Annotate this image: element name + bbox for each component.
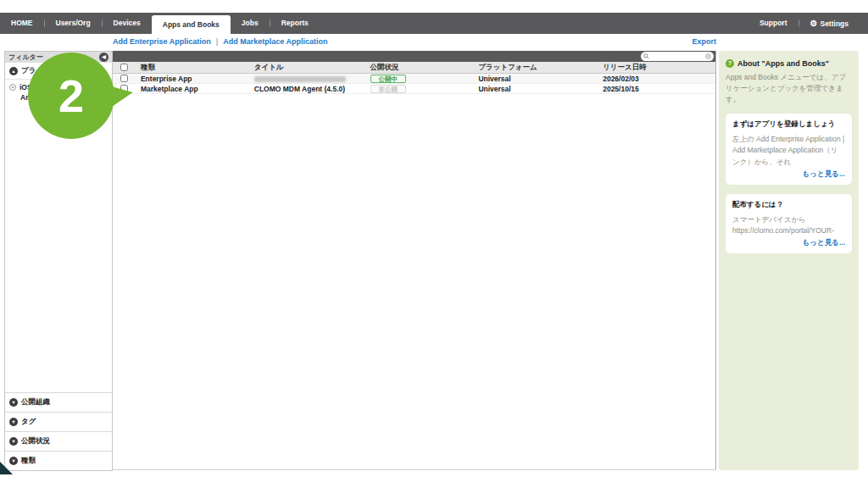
help-card-title: 配布するには？ — [732, 200, 845, 210]
help-card-register: まずはアプリを登録しましょう 左上の Add Enterprise Applic… — [726, 114, 852, 185]
nav-item-devices[interactable]: Devices — [103, 13, 152, 34]
about-title: About "Apps and Books" — [737, 59, 829, 68]
help-card-distribute: 配布するには？ スマートデバイスから https://clomo.com/por… — [726, 194, 852, 253]
radio-icon — [9, 84, 16, 91]
cell-type: Marketplace App — [136, 85, 254, 93]
table-row[interactable]: Marketplace App CLOMO MDM Agent (4.5.0) … — [113, 84, 715, 94]
clear-search-icon[interactable] — [705, 53, 711, 59]
see-more-link[interactable]: もっと見る... — [732, 169, 845, 180]
tutorial-step-bubble[interactable]: 2 — [28, 53, 114, 139]
corner-wedge — [0, 462, 13, 474]
chevron-down-icon: ▼ — [9, 418, 18, 426]
export-link[interactable]: Export — [692, 37, 716, 46]
cell-platform: Universal — [474, 85, 593, 93]
filter-section-publish-org-label: 公開組織 — [21, 397, 50, 408]
top-nav: HOME Users/Org Devices Apps and Books Jo… — [0, 13, 868, 34]
apps-table: 種類 タイトル 公開状況 プラットフォーム リリース日時 Enterprise … — [113, 51, 716, 470]
help-card-body: スマートデバイスから https://clomo.com/portal/YOUR… — [732, 214, 845, 236]
cell-title — [254, 75, 360, 83]
sidebar-collapsed-sections: ▼ 公開組織 ▼ タグ ▼ 公開状況 ▼ 種類 — [5, 392, 112, 470]
filter-section-publish-org[interactable]: ▼ 公開組織 — [5, 392, 112, 412]
see-more-link[interactable]: もっと見る... — [732, 238, 845, 248]
cell-type: Enterprise App — [136, 75, 254, 83]
sidebar-collapse-button[interactable]: ◀ — [99, 53, 108, 62]
status-badge: 公開中 — [370, 75, 407, 83]
redacted-title — [254, 76, 346, 82]
chevron-up-icon: ▲ — [9, 67, 18, 75]
nav-item-reports[interactable]: Reports — [270, 13, 320, 34]
search-box[interactable] — [641, 52, 714, 61]
settings-label: Settings — [820, 19, 849, 28]
search-input[interactable] — [649, 53, 705, 60]
table-header-row: 種類 タイトル 公開状況 プラットフォーム リリース日時 — [113, 62, 715, 74]
nav-item-users-org[interactable]: Users/Org — [45, 13, 102, 34]
chevron-down-icon: ▼ — [9, 437, 18, 446]
cell-title: CLOMO MDM Agent (4.5.0) — [254, 85, 360, 93]
filter-section-type[interactable]: ▼ 種類 — [5, 451, 112, 470]
cell-release: 2026/02/03 — [593, 75, 715, 83]
gear-icon: ⚙ — [810, 19, 818, 28]
action-links: Add Enterprise Application | Add Marketp… — [113, 37, 327, 46]
about-header: ? About "Apps and Books" — [726, 59, 852, 68]
header-type[interactable]: 種類 — [136, 63, 254, 73]
cell-platform: Universal — [474, 75, 593, 83]
link-separator: | — [216, 37, 219, 46]
header-status[interactable]: 公開状況 — [360, 63, 475, 73]
filter-section-publish-status-label: 公開状況 — [21, 436, 50, 446]
about-body: Apps and Books メニューでは、アプリケーションとブックを管理できま… — [726, 72, 852, 104]
nav-item-jobs[interactable]: Jobs — [231, 13, 270, 34]
table-row[interactable]: Enterprise App 公開中 Universal 2026/02/03 — [113, 74, 715, 84]
row-checkbox-cell — [113, 75, 136, 82]
filter-title: フィルター — [8, 53, 43, 62]
add-enterprise-application-link[interactable]: Add Enterprise Application — [113, 37, 211, 46]
table-toolbar — [113, 51, 715, 62]
nav-item-home[interactable]: HOME — [0, 13, 44, 34]
app-window: HOME Users/Org Devices Apps and Books Jo… — [0, 0, 868, 488]
help-card-body: 左上の Add Enterprise Application | Add Mar… — [732, 134, 845, 168]
settings-link[interactable]: ⚙Settings — [799, 13, 860, 34]
filter-section-tag-label: タグ — [21, 417, 36, 427]
filter-section-type-label: 種類 — [21, 456, 36, 466]
header-release[interactable]: リリース日時 — [593, 63, 715, 73]
status-badge: 非公開 — [370, 85, 407, 93]
tutorial-step-number: 2 — [58, 69, 84, 122]
filter-section-publish-status[interactable]: ▼ 公開状況 — [5, 431, 112, 451]
nav-right-group: Support ⚙Settings — [748, 13, 860, 34]
add-marketplace-application-link[interactable]: Add Marketplace Application — [223, 37, 327, 46]
filter-section-tag[interactable]: ▼ タグ — [5, 412, 112, 431]
help-card-title: まずはアプリを登録しましょう — [732, 119, 845, 130]
select-all-cell — [113, 64, 136, 71]
help-icon: ? — [726, 59, 734, 68]
nav-item-apps-and-books[interactable]: Apps and Books — [152, 15, 231, 34]
support-link[interactable]: Support — [748, 13, 798, 34]
chevron-down-icon: ▼ — [9, 398, 18, 407]
header-title[interactable]: タイトル — [254, 63, 360, 73]
header-platform[interactable]: プラットフォーム — [474, 63, 593, 73]
help-panel: ? About "Apps and Books" Apps and Books … — [719, 51, 859, 470]
row-checkbox[interactable] — [120, 75, 128, 82]
search-icon — [643, 53, 649, 59]
select-all-checkbox[interactable] — [120, 64, 128, 71]
cell-release: 2025/10/15 — [593, 85, 715, 93]
cell-status: 公開中 — [360, 75, 475, 83]
cell-status: 非公開 — [360, 85, 475, 93]
